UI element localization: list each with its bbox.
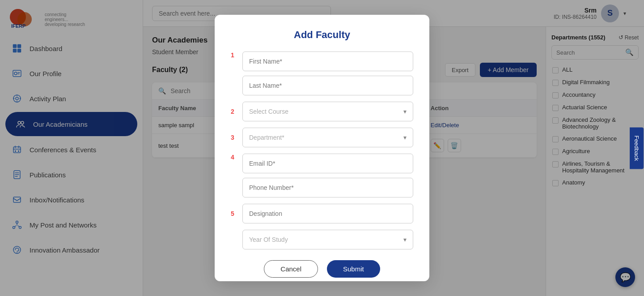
- feedback-label: Feedback: [633, 135, 640, 161]
- course-placeholder: Select Course: [249, 108, 288, 115]
- last-name-input[interactable]: [242, 76, 413, 95]
- submit-button[interactable]: Submit: [327, 260, 380, 278]
- chevron-down-icon: ▾: [403, 236, 407, 243]
- cancel-button[interactable]: Cancel: [264, 260, 318, 278]
- year-placeholder: Year Of Study: [249, 236, 288, 243]
- chevron-down-icon: ▾: [403, 108, 407, 115]
- department-placeholder: Department*: [249, 134, 284, 141]
- designation-input[interactable]: [242, 204, 413, 223]
- phone-input[interactable]: [242, 178, 413, 197]
- department-select-wrapper: Department* ▾: [242, 128, 413, 147]
- course-select[interactable]: Select Course ▾: [242, 102, 413, 121]
- first-name-input[interactable]: [242, 51, 413, 71]
- step-3-num: 3: [231, 134, 239, 141]
- add-faculty-modal: Add Faculty 1 2 Select Course ▾ 3: [215, 15, 429, 281]
- year-select-wrapper: Year Of Study ▾: [242, 230, 413, 249]
- step-2-num: 2: [231, 108, 239, 115]
- modal-overlay: Add Faculty 1 2 Select Course ▾ 3: [0, 0, 644, 296]
- step-1-num: 1: [231, 51, 239, 59]
- course-select-wrapper: Select Course ▾: [242, 102, 413, 121]
- department-select[interactable]: Department* ▾: [242, 128, 413, 147]
- chevron-down-icon: ▾: [403, 134, 407, 141]
- modal-buttons: Cancel Submit: [231, 260, 413, 278]
- modal-title: Add Faculty: [231, 29, 413, 41]
- step-4-num: 4: [231, 154, 239, 161]
- step-5-num: 5: [231, 210, 239, 217]
- email-input[interactable]: [242, 154, 413, 173]
- year-of-study-select[interactable]: Year Of Study ▾: [242, 230, 413, 249]
- feedback-tab[interactable]: Feedback: [630, 127, 644, 169]
